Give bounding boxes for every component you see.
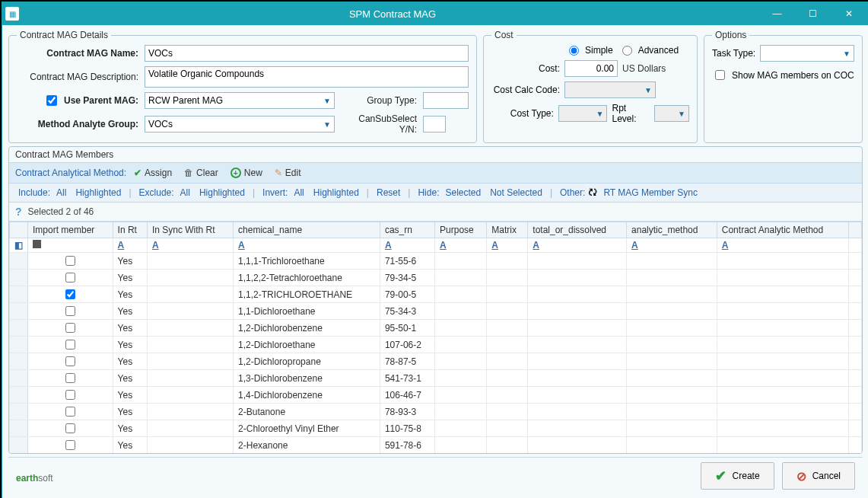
maximize-button[interactable]: ☐ — [796, 3, 830, 24]
table-row[interactable]: Yes1,2-Dichloroethane107-06-2 — [10, 337, 862, 353]
table-row[interactable]: Yes1,1-Dichloroethane75-34-3 — [10, 303, 862, 320]
hide-selected-button[interactable]: Selected — [442, 187, 484, 199]
clear-button[interactable]: 🗑Clear — [180, 166, 223, 180]
task-type-combo[interactable]: ▼ — [760, 45, 854, 62]
mag-desc-input[interactable] — [145, 66, 469, 88]
table-row[interactable]: Yes1,1,2,2-Tetrachloroethane79-34-5 — [10, 270, 862, 286]
column-header[interactable]: Contract Analytic Method — [717, 222, 848, 238]
options-fieldset: Options Task Type: ▼ Show MAG members on… — [704, 30, 863, 143]
table-row[interactable]: Yes2-Butanone78-93-3 — [10, 404, 862, 420]
import-checkbox[interactable] — [65, 256, 75, 266]
table-row[interactable]: Yes2-Chloroethyl Vinyl Ether110-75-8 — [10, 420, 862, 437]
import-checkbox[interactable] — [65, 373, 75, 383]
table-row[interactable]: Yes1,2-Dichloropropane78-87-5 — [10, 353, 862, 370]
import-checkbox[interactable] — [65, 306, 75, 316]
table-row[interactable]: Yes1,1,1-Trichloroethane71-55-6 — [10, 253, 862, 270]
rpt-level-combo[interactable]: ▼ — [654, 105, 689, 122]
create-button[interactable]: ✔Create — [701, 462, 774, 490]
show-coc-label: Show MAG members on COC — [732, 70, 854, 81]
column-header[interactable]: chemical_name — [234, 222, 380, 238]
selection-count: Selected 2 of 46 — [28, 206, 94, 217]
details-fieldset: Contract MAG Details Contract MAG Name: … — [8, 30, 477, 143]
mag-name-input[interactable] — [145, 45, 469, 62]
question-icon: ? — [15, 206, 22, 218]
group-type-label: Group Type: — [341, 95, 417, 106]
column-header[interactable]: Import member — [28, 222, 113, 238]
column-header[interactable]: Purpose — [435, 222, 487, 238]
method-group-combo[interactable]: VOCs▼ — [145, 116, 335, 132]
parent-mag-combo[interactable]: RCW Parent MAG▼ — [145, 92, 335, 109]
chevron-down-icon: ▼ — [678, 110, 685, 118]
exclude-highlighted-button[interactable]: Highlighted — [196, 187, 248, 199]
reset-button[interactable]: Reset — [374, 187, 403, 199]
edit-button[interactable]: ✎Edit — [270, 166, 306, 180]
table-row[interactable]: Yes1,4-Dichlorobenzene106-46-7 — [10, 387, 862, 404]
check-icon: ✔ — [134, 168, 141, 178]
include-all-button[interactable]: All — [53, 187, 69, 199]
members-legend: Contract MAG Members — [9, 147, 862, 162]
show-coc-checkbox[interactable] — [715, 70, 725, 80]
import-checkbox[interactable] — [65, 423, 75, 433]
rt-sync-button[interactable]: RT MAG Member Sync — [600, 187, 701, 199]
cost-advanced-radio[interactable] — [622, 46, 632, 56]
table-row[interactable]: Yes2-Hexanone591-78-6 — [10, 437, 862, 454]
import-checkbox[interactable] — [65, 356, 75, 366]
app-window: ▦ SPM Contract MAG — ☐ ✕ Contract MAG De… — [2, 2, 868, 498]
mag-desc-label: Contract MAG Description: — [17, 72, 138, 82]
include-highlighted-button[interactable]: Highlighted — [72, 187, 124, 199]
column-header[interactable]: In Sync With Rt — [147, 222, 233, 238]
column-header[interactable]: Matrix — [487, 222, 528, 238]
column-header[interactable]: analytic_method — [627, 222, 717, 238]
column-header[interactable]: In Rt — [113, 222, 147, 238]
table-row[interactable]: Yes1,2-Dichlorobenzene95-50-1 — [10, 320, 862, 337]
chevron-down-icon: ▼ — [596, 110, 604, 118]
use-parent-label: Use Parent MAG: — [64, 95, 138, 106]
footer: earthsoft ✔Create ⊘Cancel — [8, 457, 863, 494]
close-button[interactable]: ✕ — [831, 3, 866, 24]
use-parent-checkbox[interactable] — [46, 95, 57, 106]
filter-toolbar: Include: All Highlighted | Exclude: All … — [9, 184, 862, 203]
cost-calc-combo[interactable]: ▼ — [564, 81, 656, 98]
cost-fieldset: Cost Simple Advanced Cost: US Dollars Co… — [483, 30, 698, 143]
plus-icon: + — [231, 168, 241, 178]
column-header[interactable]: cas_rn — [380, 222, 434, 238]
selection-bar: ? Selected 2 of 46 — [9, 203, 862, 221]
cost-simple-radio[interactable] — [569, 46, 579, 56]
hide-notselected-button[interactable]: Not Selected — [487, 187, 545, 199]
invert-highlighted-button[interactable]: Highlighted — [310, 187, 362, 199]
logo: earthsoft — [16, 468, 53, 485]
minimize-button[interactable]: — — [760, 3, 794, 24]
import-checkbox[interactable] — [65, 407, 75, 417]
assign-button[interactable]: ✔Assign — [129, 166, 176, 180]
mag-name-label: Contract MAG Name: — [17, 48, 138, 59]
new-button[interactable]: +New — [226, 166, 267, 180]
import-checkbox[interactable] — [65, 390, 75, 400]
members-panel: Contract MAG Members Contract Analytical… — [8, 146, 863, 454]
cancel-icon: ⊘ — [796, 469, 806, 484]
import-checkbox[interactable] — [65, 440, 75, 450]
import-checkbox[interactable] — [65, 340, 75, 350]
window-title: SPM Contract MAG — [25, 8, 760, 20]
invert-all-button[interactable]: All — [291, 187, 307, 199]
app-icon: ▦ — [5, 7, 19, 21]
cancel-button[interactable]: ⊘Cancel — [782, 462, 855, 490]
cansub-label: CanSubSelect Y/N: — [341, 113, 417, 135]
sync-icon: 🗘 — [588, 187, 597, 198]
table-row[interactable]: Yes1,3-Dichlorobenzene541-73-1 — [10, 370, 862, 387]
table-row[interactable]: Yes1,1,2-TRICHLOROETHANE79-00-5 — [10, 286, 862, 303]
task-type-label: Task Type: — [712, 48, 755, 59]
group-type-input[interactable] — [423, 92, 469, 109]
cansub-input[interactable] — [423, 116, 446, 132]
column-header[interactable]: total_or_dissolved — [528, 222, 627, 238]
exclude-all-button[interactable]: All — [177, 187, 193, 199]
import-checkbox[interactable] — [65, 273, 75, 283]
cost-input[interactable] — [564, 60, 618, 77]
pencil-icon: ✎ — [275, 168, 282, 178]
import-checkbox[interactable] — [65, 289, 75, 299]
cost-type-combo[interactable]: ▼ — [558, 105, 608, 122]
chevron-down-icon: ▼ — [644, 86, 652, 94]
chevron-down-icon: ▼ — [323, 97, 331, 105]
method-toolbar: Contract Analytical Method: ✔Assign 🗑Cle… — [9, 162, 862, 184]
import-checkbox[interactable] — [65, 323, 75, 333]
members-grid[interactable]: Import memberIn RtIn Sync With Rtchemica… — [9, 221, 862, 453]
